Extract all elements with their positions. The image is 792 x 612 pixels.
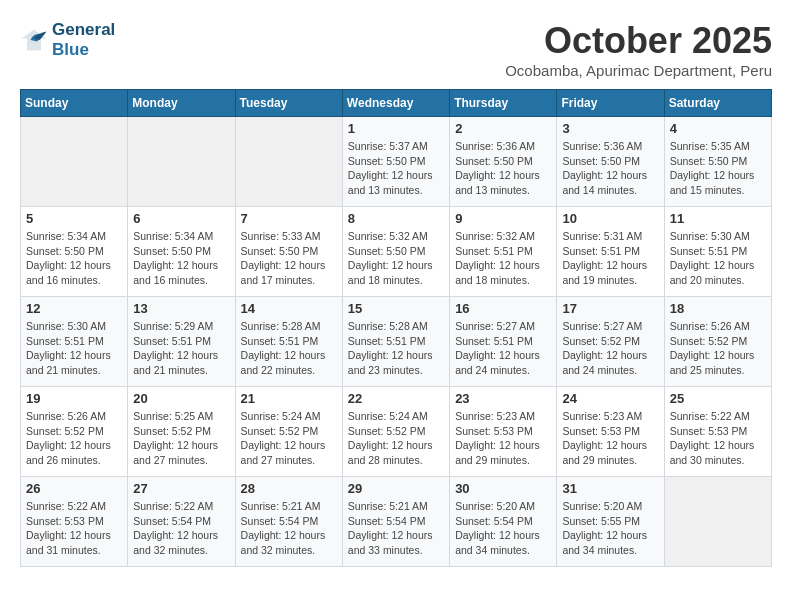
day-info: Sunrise: 5:21 AMSunset: 5:54 PMDaylight:… [241,499,337,558]
day-info: Sunrise: 5:32 AMSunset: 5:50 PMDaylight:… [348,229,444,288]
day-info: Sunrise: 5:37 AMSunset: 5:50 PMDaylight:… [348,139,444,198]
day-number: 8 [348,211,444,226]
header: General Blue October 2025 Ocobamba, Apur… [20,20,772,79]
calendar-cell: 8Sunrise: 5:32 AMSunset: 5:50 PMDaylight… [342,207,449,297]
day-number: 20 [133,391,229,406]
day-number: 9 [455,211,551,226]
calendar-cell: 20Sunrise: 5:25 AMSunset: 5:52 PMDayligh… [128,387,235,477]
weekday-header-row: SundayMondayTuesdayWednesdayThursdayFrid… [21,90,772,117]
day-info: Sunrise: 5:27 AMSunset: 5:52 PMDaylight:… [562,319,658,378]
day-number: 23 [455,391,551,406]
calendar-cell [664,477,771,567]
calendar-cell: 2Sunrise: 5:36 AMSunset: 5:50 PMDaylight… [450,117,557,207]
day-info: Sunrise: 5:22 AMSunset: 5:54 PMDaylight:… [133,499,229,558]
day-number: 18 [670,301,766,316]
calendar-cell: 25Sunrise: 5:22 AMSunset: 5:53 PMDayligh… [664,387,771,477]
calendar-cell: 22Sunrise: 5:24 AMSunset: 5:52 PMDayligh… [342,387,449,477]
calendar-cell: 1Sunrise: 5:37 AMSunset: 5:50 PMDaylight… [342,117,449,207]
day-info: Sunrise: 5:20 AMSunset: 5:55 PMDaylight:… [562,499,658,558]
calendar-cell: 3Sunrise: 5:36 AMSunset: 5:50 PMDaylight… [557,117,664,207]
day-number: 2 [455,121,551,136]
calendar-cell: 24Sunrise: 5:23 AMSunset: 5:53 PMDayligh… [557,387,664,477]
day-number: 14 [241,301,337,316]
weekday-header-wednesday: Wednesday [342,90,449,117]
calendar-cell: 28Sunrise: 5:21 AMSunset: 5:54 PMDayligh… [235,477,342,567]
calendar-cell: 7Sunrise: 5:33 AMSunset: 5:50 PMDaylight… [235,207,342,297]
day-number: 13 [133,301,229,316]
day-number: 5 [26,211,122,226]
title-area: October 2025 Ocobamba, Apurimac Departme… [505,20,772,79]
day-number: 3 [562,121,658,136]
day-info: Sunrise: 5:20 AMSunset: 5:54 PMDaylight:… [455,499,551,558]
day-number: 26 [26,481,122,496]
day-number: 21 [241,391,337,406]
day-info: Sunrise: 5:22 AMSunset: 5:53 PMDaylight:… [670,409,766,468]
day-info: Sunrise: 5:36 AMSunset: 5:50 PMDaylight:… [562,139,658,198]
calendar-week-row: 5Sunrise: 5:34 AMSunset: 5:50 PMDaylight… [21,207,772,297]
day-info: Sunrise: 5:31 AMSunset: 5:51 PMDaylight:… [562,229,658,288]
day-info: Sunrise: 5:24 AMSunset: 5:52 PMDaylight:… [241,409,337,468]
day-number: 30 [455,481,551,496]
calendar-week-row: 19Sunrise: 5:26 AMSunset: 5:52 PMDayligh… [21,387,772,477]
day-info: Sunrise: 5:26 AMSunset: 5:52 PMDaylight:… [670,319,766,378]
day-number: 27 [133,481,229,496]
day-info: Sunrise: 5:23 AMSunset: 5:53 PMDaylight:… [455,409,551,468]
location-subtitle: Ocobamba, Apurimac Department, Peru [505,62,772,79]
calendar-cell: 17Sunrise: 5:27 AMSunset: 5:52 PMDayligh… [557,297,664,387]
day-info: Sunrise: 5:30 AMSunset: 5:51 PMDaylight:… [670,229,766,288]
calendar-cell: 13Sunrise: 5:29 AMSunset: 5:51 PMDayligh… [128,297,235,387]
calendar-cell: 31Sunrise: 5:20 AMSunset: 5:55 PMDayligh… [557,477,664,567]
day-number: 29 [348,481,444,496]
calendar-cell: 4Sunrise: 5:35 AMSunset: 5:50 PMDaylight… [664,117,771,207]
day-number: 6 [133,211,229,226]
calendar-cell [235,117,342,207]
day-number: 11 [670,211,766,226]
calendar-cell: 30Sunrise: 5:20 AMSunset: 5:54 PMDayligh… [450,477,557,567]
calendar-cell: 14Sunrise: 5:28 AMSunset: 5:51 PMDayligh… [235,297,342,387]
calendar-cell: 16Sunrise: 5:27 AMSunset: 5:51 PMDayligh… [450,297,557,387]
day-number: 31 [562,481,658,496]
day-info: Sunrise: 5:29 AMSunset: 5:51 PMDaylight:… [133,319,229,378]
calendar-cell: 19Sunrise: 5:26 AMSunset: 5:52 PMDayligh… [21,387,128,477]
day-number: 15 [348,301,444,316]
day-info: Sunrise: 5:26 AMSunset: 5:52 PMDaylight:… [26,409,122,468]
calendar-cell [21,117,128,207]
day-info: Sunrise: 5:36 AMSunset: 5:50 PMDaylight:… [455,139,551,198]
day-info: Sunrise: 5:23 AMSunset: 5:53 PMDaylight:… [562,409,658,468]
day-info: Sunrise: 5:35 AMSunset: 5:50 PMDaylight:… [670,139,766,198]
day-info: Sunrise: 5:24 AMSunset: 5:52 PMDaylight:… [348,409,444,468]
weekday-header-monday: Monday [128,90,235,117]
calendar-cell: 26Sunrise: 5:22 AMSunset: 5:53 PMDayligh… [21,477,128,567]
weekday-header-saturday: Saturday [664,90,771,117]
calendar-cell: 5Sunrise: 5:34 AMSunset: 5:50 PMDaylight… [21,207,128,297]
calendar-table: SundayMondayTuesdayWednesdayThursdayFrid… [20,89,772,567]
day-number: 24 [562,391,658,406]
day-number: 25 [670,391,766,406]
calendar-cell: 27Sunrise: 5:22 AMSunset: 5:54 PMDayligh… [128,477,235,567]
day-number: 28 [241,481,337,496]
calendar-cell: 18Sunrise: 5:26 AMSunset: 5:52 PMDayligh… [664,297,771,387]
calendar-cell: 15Sunrise: 5:28 AMSunset: 5:51 PMDayligh… [342,297,449,387]
day-info: Sunrise: 5:33 AMSunset: 5:50 PMDaylight:… [241,229,337,288]
weekday-header-friday: Friday [557,90,664,117]
calendar-cell: 21Sunrise: 5:24 AMSunset: 5:52 PMDayligh… [235,387,342,477]
day-number: 7 [241,211,337,226]
calendar-cell: 11Sunrise: 5:30 AMSunset: 5:51 PMDayligh… [664,207,771,297]
day-number: 17 [562,301,658,316]
day-number: 16 [455,301,551,316]
calendar-cell: 12Sunrise: 5:30 AMSunset: 5:51 PMDayligh… [21,297,128,387]
weekday-header-sunday: Sunday [21,90,128,117]
day-info: Sunrise: 5:21 AMSunset: 5:54 PMDaylight:… [348,499,444,558]
day-number: 19 [26,391,122,406]
month-title: October 2025 [505,20,772,62]
day-info: Sunrise: 5:32 AMSunset: 5:51 PMDaylight:… [455,229,551,288]
logo: General Blue [20,20,115,60]
day-number: 12 [26,301,122,316]
day-number: 22 [348,391,444,406]
calendar-week-row: 26Sunrise: 5:22 AMSunset: 5:53 PMDayligh… [21,477,772,567]
day-number: 10 [562,211,658,226]
day-number: 4 [670,121,766,136]
day-info: Sunrise: 5:34 AMSunset: 5:50 PMDaylight:… [26,229,122,288]
day-info: Sunrise: 5:30 AMSunset: 5:51 PMDaylight:… [26,319,122,378]
day-info: Sunrise: 5:34 AMSunset: 5:50 PMDaylight:… [133,229,229,288]
